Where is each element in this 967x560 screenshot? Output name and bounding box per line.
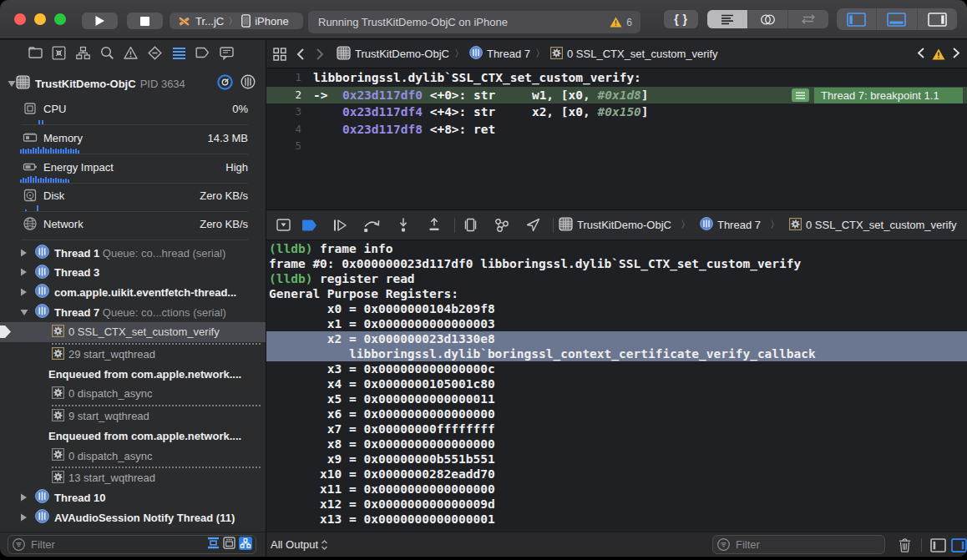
breakpoints-toggle-button[interactable] bbox=[300, 215, 320, 235]
jumpbar-frame[interactable]: 0 SSL_CTX_set_custom_verify bbox=[550, 47, 718, 62]
previous-issue-button[interactable] bbox=[917, 47, 924, 61]
simulate-location-button[interactable] bbox=[523, 215, 543, 235]
console-line[interactable]: x2 = 0x000000023d1330e8 bbox=[266, 331, 967, 346]
thread-row[interactable]: Thread 7 Queue: co...ctions (serial) bbox=[0, 302, 266, 322]
toggle-debug-area-button[interactable] bbox=[876, 8, 916, 30]
disclosure-triangle-icon[interactable] bbox=[20, 286, 28, 299]
navigator-tab-source-control-navigator[interactable] bbox=[51, 44, 68, 61]
issues-badge[interactable]: 6 bbox=[610, 17, 632, 28]
navigator-tab-report-navigator[interactable] bbox=[219, 44, 235, 61]
console-line[interactable]: x4 = 0x0000000105001c80 bbox=[266, 376, 967, 391]
assistant-editor-button[interactable] bbox=[747, 10, 788, 28]
thread-row[interactable]: AVAudioSession Notify Thread (11) bbox=[0, 507, 266, 527]
library-button[interactable]: { } bbox=[664, 10, 698, 28]
toggle-variables-view-button[interactable] bbox=[929, 536, 947, 554]
version-editor-button[interactable] bbox=[787, 10, 828, 28]
thread-filter-field[interactable]: Filter bbox=[8, 535, 256, 554]
toggle-navigator-button[interactable] bbox=[837, 8, 876, 30]
line-number[interactable]: 5 bbox=[266, 138, 301, 155]
disclosure-triangle-icon[interactable] bbox=[20, 266, 28, 279]
debug-memory-graph-button[interactable] bbox=[492, 215, 512, 235]
console-line[interactable]: x3 = 0x000000000000000c bbox=[266, 361, 967, 376]
zoom-window-button[interactable] bbox=[54, 13, 66, 25]
disassembly-editor[interactable]: 1libboringssl.dylib`SSL_CTX_set_custom_v… bbox=[266, 69, 967, 209]
console-line[interactable]: (lldb) register read bbox=[266, 271, 967, 286]
navigator-tab-project-navigator[interactable] bbox=[27, 44, 43, 61]
code-line[interactable]: 1libboringssl.dylib`SSL_CTX_set_custom_v… bbox=[266, 69, 967, 87]
navigator-tab-issue-navigator[interactable] bbox=[123, 44, 139, 61]
stack-frame-row[interactable]: 9 start_wqthread bbox=[0, 406, 266, 426]
disclosure-triangle-icon[interactable] bbox=[20, 247, 28, 260]
line-number[interactable]: 2 bbox=[266, 87, 301, 104]
close-window-button[interactable] bbox=[14, 13, 26, 25]
console-line[interactable]: x12 = 0x000000000000009d bbox=[266, 497, 967, 512]
disclosure-triangle-icon[interactable] bbox=[20, 512, 28, 524]
code-line[interactable]: 5 bbox=[266, 138, 967, 155]
enqueued-from-row[interactable]: Enqueued from com.apple.network.... bbox=[0, 364, 266, 384]
console-line[interactable]: (lldb) frame info bbox=[266, 241, 967, 256]
process-row[interactable]: TrustKitDemo-ObjC PID 3634 bbox=[0, 73, 266, 93]
disclosure-triangle-icon[interactable] bbox=[20, 306, 28, 319]
next-issue-button[interactable] bbox=[953, 47, 960, 61]
disclosure-triangle-icon[interactable] bbox=[20, 492, 28, 504]
console-line[interactable]: frame #0: 0x000000023d117df0 libboringss… bbox=[266, 256, 967, 271]
line-number[interactable]: 1 bbox=[266, 69, 301, 87]
standard-editor-button[interactable] bbox=[707, 10, 747, 28]
code-line[interactable]: 2-> 0x23d117df0 <+0>: str w1, [x0, #0x1d… bbox=[266, 87, 967, 104]
stack-frame-row[interactable]: 0 dispatch_async bbox=[0, 446, 266, 466]
step-into-button[interactable] bbox=[393, 215, 413, 235]
activity-viewer[interactable]: Running TrustKitDemo-ObjC on iPhone 6 bbox=[308, 11, 640, 33]
console-filter-field[interactable]: Filter bbox=[712, 535, 885, 554]
thread-row[interactable]: Thread 10 bbox=[0, 487, 266, 507]
step-over-button[interactable] bbox=[362, 215, 382, 235]
debug-jumpbar-thread[interactable]: Thread 7 bbox=[717, 219, 761, 231]
stop-button[interactable] bbox=[127, 13, 163, 29]
console-line[interactable]: x6 = 0x0000000000000000 bbox=[266, 406, 967, 421]
console-line[interactable]: x1 = 0x0000000000000003 bbox=[266, 316, 967, 331]
go-forward-button[interactable] bbox=[310, 44, 330, 64]
navigator-tab-find-navigator[interactable] bbox=[99, 44, 115, 61]
group-by-queue-button[interactable] bbox=[239, 537, 252, 553]
navigator-tab-test-navigator[interactable] bbox=[147, 44, 164, 61]
clear-console-button[interactable] bbox=[894, 535, 914, 555]
debug-jumpbar-frame[interactable]: 0 SSL_CTX_set_custom_verify bbox=[806, 219, 957, 231]
console-line[interactable]: x9 = 0x00000000b551b551 bbox=[266, 452, 967, 467]
step-out-button[interactable] bbox=[424, 215, 444, 235]
jumpbar-thread[interactable]: Thread 7 bbox=[469, 46, 530, 62]
console-line[interactable]: x11 = 0x0000000000000000 bbox=[266, 482, 967, 497]
disclosure-triangle-icon[interactable] bbox=[8, 76, 16, 91]
continue-button[interactable] bbox=[330, 215, 350, 235]
stack-frame-row[interactable]: 29 start_wqthread bbox=[0, 345, 266, 365]
debug-console[interactable]: (lldb) frame infoframe #0: 0x000000023d1… bbox=[266, 241, 967, 532]
toggle-console-view-button[interactable] bbox=[949, 536, 967, 554]
thread-row[interactable]: Thread 1 Queue: co...hread (serial) bbox=[0, 243, 266, 263]
run-button[interactable] bbox=[82, 13, 118, 29]
go-back-button[interactable] bbox=[290, 44, 310, 64]
show-debug-symbols-button[interactable] bbox=[223, 537, 235, 552]
toggle-inspector-button[interactable] bbox=[917, 8, 957, 30]
thread-row[interactable]: Thread 3 bbox=[0, 263, 266, 283]
console-scope-selector[interactable]: All Output bbox=[271, 538, 328, 551]
memory-gauge-button[interactable] bbox=[240, 74, 256, 93]
thread-row[interactable]: com.apple.uikit.eventfetch-thread... bbox=[0, 282, 266, 302]
show-running-blocks-button[interactable] bbox=[207, 537, 220, 552]
stack-frame-row[interactable]: 13 start_wqthread bbox=[0, 468, 266, 488]
hide-debug-area-button[interactable] bbox=[273, 215, 293, 235]
debug-view-hierarchy-button[interactable] bbox=[460, 215, 480, 235]
breakpoint-indicator-icon[interactable] bbox=[792, 88, 809, 102]
navigator-tab-debug-navigator[interactable] bbox=[170, 44, 187, 61]
debug-jumpbar-project[interactable]: TrustKitDemo-ObjC bbox=[577, 219, 671, 231]
profile-in-instruments-button[interactable] bbox=[217, 74, 233, 93]
console-line[interactable]: x8 = 0x0000000000000000 bbox=[266, 436, 967, 452]
console-line[interactable]: General Purpose Registers: bbox=[266, 286, 967, 301]
console-line[interactable]: x13 = 0x0000000000000001 bbox=[266, 512, 967, 527]
console-line[interactable]: x7 = 0x00000000ffffffff bbox=[266, 421, 967, 436]
line-number[interactable]: 4 bbox=[266, 121, 301, 139]
navigator-tab-breakpoint-navigator[interactable] bbox=[195, 44, 211, 61]
scheme-selector[interactable]: Tr...jC 〉 iPhone bbox=[170, 13, 303, 29]
related-items-button[interactable] bbox=[270, 44, 290, 64]
code-line[interactable]: 4 0x23d117df8 <+8>: ret bbox=[266, 121, 967, 139]
console-line[interactable]: x0 = 0x0000000104b209f8 bbox=[266, 301, 967, 316]
console-line[interactable]: x10 = 0x0000000282eadd70 bbox=[266, 467, 967, 482]
code-line[interactable]: 3 0x23d117df4 <+4>: str x2, [x0, #0x150] bbox=[266, 103, 967, 121]
